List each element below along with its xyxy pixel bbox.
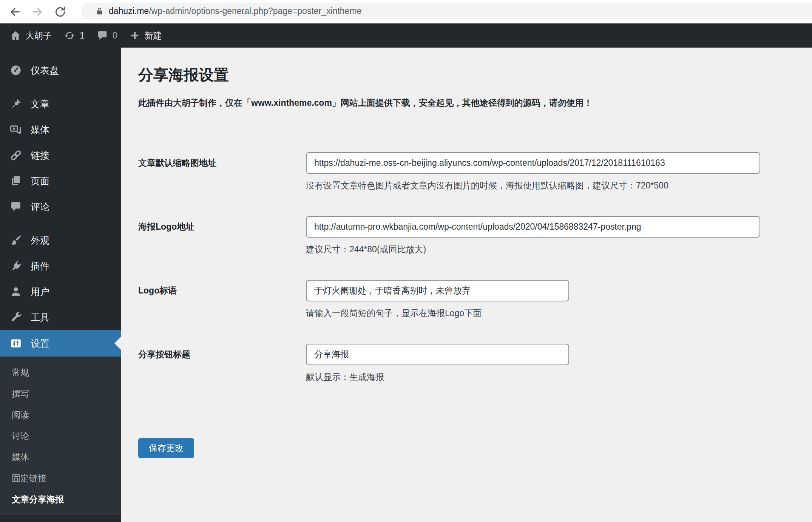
- sidebar-item-label: 评论: [31, 201, 49, 213]
- field-help: 建议尺寸：244*80(或同比放大): [306, 244, 760, 255]
- forward-arrow-icon: [31, 6, 44, 18]
- sidebar-item-media[interactable]: 媒体: [0, 117, 121, 142]
- home-icon: [10, 30, 21, 41]
- sidebar-subitem-reading[interactable]: 阅读: [0, 404, 121, 425]
- dashboard-icon: [9, 64, 22, 77]
- sidebar-item-comments[interactable]: 评论: [0, 194, 121, 219]
- pages-icon: [9, 175, 22, 187]
- browser-chrome: dahuzi.me/wp-admin/options-general.php?p…: [0, 0, 812, 23]
- sidebar-item-label: 媒体: [31, 124, 49, 136]
- browser-forward-button[interactable]: [31, 5, 44, 18]
- wp-admin-bar: 大胡子 1 0 新建: [0, 23, 812, 48]
- sidebar-subitem-discussion[interactable]: 讨论: [0, 425, 121, 446]
- admin-bar-site-menu[interactable]: 大胡子: [0, 23, 58, 48]
- submenu-label: 媒体: [12, 451, 29, 463]
- sidebar-subitem-media[interactable]: 媒体: [0, 446, 121, 468]
- submenu-label: 常规: [12, 367, 29, 378]
- sidebar-item-label: 仪表盘: [31, 64, 59, 77]
- reload-icon: [54, 6, 66, 18]
- back-arrow-icon: [9, 6, 21, 18]
- sidebar-item-label: 外观: [31, 234, 49, 247]
- form-row-logo-slogan: Logo标语 请输入一段简短的句子，显示在海报Logo下面: [138, 280, 812, 319]
- comment-count: 0: [113, 31, 117, 41]
- comments-icon: [9, 200, 22, 213]
- sidebar-item-links[interactable]: 链接: [0, 142, 121, 168]
- new-label: 新建: [145, 30, 162, 42]
- main-content: 分享海报设置 此插件由大胡子制作，仅在「www.xintheme.com」网站上…: [121, 48, 812, 522]
- sidebar-subitem-permalinks[interactable]: 固定链接: [0, 468, 121, 489]
- sidebar-subitem-share-poster[interactable]: 文章分享海报: [0, 489, 121, 510]
- url-domain: dahuzi.me: [109, 6, 149, 16]
- save-button[interactable]: 保存更改: [138, 438, 194, 458]
- sidebar-item-users[interactable]: 用户: [0, 279, 121, 304]
- submenu-label: 文章分享海报: [12, 494, 64, 505]
- pin-icon: [9, 97, 22, 110]
- update-count: 1: [80, 31, 85, 41]
- sidebar-item-label: 工具: [31, 311, 49, 324]
- sidebar-item-dashboard[interactable]: 仪表盘: [0, 57, 121, 83]
- logo-slogan-input[interactable]: [306, 280, 569, 301]
- settings-form: 文章默认缩略图地址 没有设置文章特色图片或者文章内没有图片的时候，海报使用默认缩…: [138, 152, 812, 458]
- sidebar-item-plugins[interactable]: 插件: [0, 253, 121, 279]
- submenu-label: 讨论: [12, 430, 29, 442]
- sidebar-subitem-general[interactable]: 常规: [0, 362, 121, 383]
- admin-bar-new-content[interactable]: 新建: [123, 23, 168, 48]
- sidebar-item-label: 文章: [31, 98, 49, 110]
- admin-bar-updates[interactable]: 1: [58, 23, 91, 48]
- field-label: Logo标语: [138, 280, 306, 319]
- sidebar-item-label: 设置: [31, 337, 49, 350]
- users-icon: [9, 285, 22, 298]
- menu-separator: [0, 219, 121, 227]
- browser-reload-button[interactable]: [54, 5, 66, 18]
- thumbnail-url-input[interactable]: [306, 152, 760, 174]
- url-text: dahuzi.me/wp-admin/options-general.php?p…: [109, 6, 361, 16]
- sidebar-item-posts[interactable]: 文章: [0, 91, 121, 117]
- field-label: 文章默认缩略图地址: [138, 152, 306, 191]
- url-path: /wp-admin/options-general.php?page=poste…: [149, 6, 361, 16]
- address-bar[interactable]: dahuzi.me/wp-admin/options-general.php?p…: [81, 3, 812, 19]
- browser-back-button[interactable]: [8, 5, 21, 18]
- sidebar-item-settings[interactable]: 设置: [0, 330, 121, 357]
- settings-submenu: 常规 撰写 阅读 讨论 媒体 固定链接 文章分享海报: [0, 357, 121, 515]
- submenu-label: 阅读: [12, 409, 29, 421]
- submenu-label: 撰写: [12, 388, 29, 400]
- settings-icon: [9, 337, 22, 350]
- sidebar-item-label: 链接: [31, 149, 49, 162]
- sidebar-item-pages[interactable]: 页面: [0, 168, 121, 194]
- sidebar-item-label: 用户: [31, 286, 49, 298]
- sidebar-item-label: 页面: [31, 175, 49, 187]
- updates-icon: [64, 30, 75, 41]
- sidebar-subitem-writing[interactable]: 撰写: [0, 383, 121, 404]
- field-help: 请输入一段简短的句子，显示在海报Logo下面: [306, 307, 569, 319]
- plugin-icon: [9, 259, 22, 272]
- wp-admin-sidebar: 仪表盘 文章 媒体 链接 页面: [0, 48, 121, 522]
- menu-separator: [0, 83, 121, 91]
- submenu-label: 固定链接: [12, 473, 46, 484]
- page-title: 分享海报设置: [138, 66, 812, 83]
- form-row-share-button-title: 分享按钮标题 默认显示：生成海报: [138, 344, 812, 383]
- share-button-title-input[interactable]: [306, 344, 569, 365]
- field-label: 海报Logo地址: [138, 216, 306, 255]
- field-help: 没有设置文章特色图片或者文章内没有图片的时候，海报使用默认缩略图，建议尺寸：72…: [306, 180, 760, 191]
- media-icon: [9, 123, 22, 136]
- tools-icon: [9, 311, 22, 324]
- sidebar-item-label: 插件: [31, 260, 49, 272]
- plugin-notice: 此插件由大胡子制作，仅在「www.xintheme.com」网站上面提供下载，安…: [138, 97, 812, 109]
- field-help: 默认显示：生成海报: [306, 371, 569, 383]
- comment-bubble-icon: [97, 30, 108, 41]
- sidebar-item-tools[interactable]: 工具: [0, 304, 121, 330]
- site-name: 大胡子: [26, 30, 52, 42]
- form-row-logo-url: 海报Logo地址 建议尺寸：244*80(或同比放大): [138, 216, 812, 255]
- lock-icon: [96, 7, 103, 15]
- sidebar-item-appearance[interactable]: 外观: [0, 227, 121, 253]
- admin-bar-comments[interactable]: 0: [91, 23, 123, 48]
- link-icon: [9, 149, 22, 162]
- logo-url-input[interactable]: [306, 216, 760, 238]
- field-label: 分享按钮标题: [138, 344, 306, 383]
- plus-icon: [130, 30, 140, 41]
- brush-icon: [9, 234, 22, 247]
- form-row-thumbnail-url: 文章默认缩略图地址 没有设置文章特色图片或者文章内没有图片的时候，海报使用默认缩…: [138, 152, 812, 191]
